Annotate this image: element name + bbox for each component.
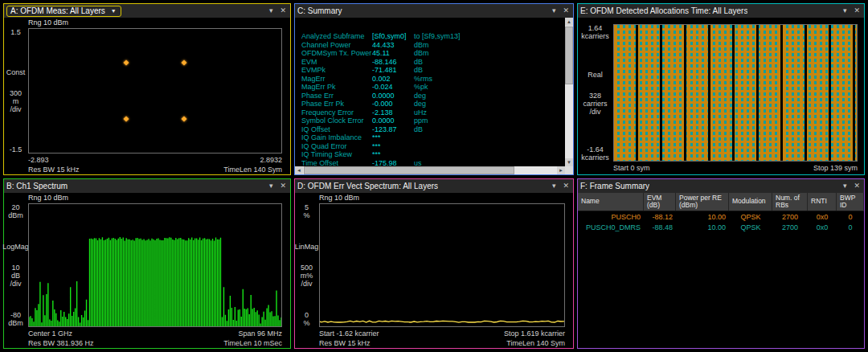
- panel-c-titlebar[interactable]: C: Summary ▾ ✕: [295, 4, 573, 18]
- x-axis-right: 2.8932: [260, 156, 282, 164]
- scroll-up-icon[interactable]: ▲: [565, 18, 573, 26]
- range-label: Rng 10 dBm: [28, 18, 68, 27]
- table-cell: QPSK: [729, 223, 772, 231]
- column-header: EVM (dB): [644, 193, 676, 211]
- evm-trace: [320, 204, 564, 326]
- panel-a-content: Rng 10 dBm 1.5 Const 300 m /div -1.5 -2.…: [4, 18, 290, 174]
- table-cell: 0: [837, 223, 864, 231]
- y-axis-gutter: 1.5 Const 300 m /div -1.5: [4, 28, 27, 153]
- vertical-scroll-thumb[interactable]: [565, 27, 573, 84]
- summary-line: IQ Offset-123.87dB: [301, 125, 562, 134]
- panel-a-titlebar[interactable]: A: OFDM Meas: All Layers ▼ ▾ ✕: [4, 4, 290, 18]
- frame-table-header: NameEVM (dB)Power per RE (dBm)Modulation…: [578, 193, 864, 211]
- panel-summary: C: Summary ▾ ✕ Analyzed Subframe[Sf0,sym…: [294, 3, 574, 175]
- minimize-icon[interactable]: ▾: [843, 7, 847, 14]
- res-bw-label: Res BW 15 kHz: [28, 166, 80, 174]
- close-icon[interactable]: ✕: [854, 182, 860, 190]
- y-axis-max: 20 dBm: [8, 203, 23, 219]
- panel-ofdm-meas: A: OFDM Meas: All Layers ▼ ▾ ✕ Rng 10 dB…: [3, 3, 291, 175]
- column-header: Num. of RBs: [772, 193, 808, 211]
- dropdown-arrow-icon: ▼: [111, 8, 117, 14]
- column-header: Name: [578, 193, 644, 211]
- summary-line: IQ Gain Imbalance***: [301, 133, 562, 142]
- column-header: BWP ID: [837, 193, 864, 211]
- measurement-selector[interactable]: A: OFDM Meas: All Layers ▼: [6, 6, 121, 17]
- y-axis-name: Real: [588, 71, 603, 79]
- frame-table-body: PUSCH0-88.1210.00QPSK27000x00PUSCH0_DMRS…: [578, 211, 864, 232]
- constellation-point: [123, 59, 129, 65]
- panel-d-titlebar[interactable]: D: OFDM Err Vect Spectrum: All Layers ▾ …: [295, 179, 573, 193]
- scroll-left-icon[interactable]: ◄: [295, 166, 303, 174]
- panel-e-title: E: OFDM Detected Allocations Time: All L…: [580, 6, 747, 15]
- minimize-icon[interactable]: ▾: [552, 7, 556, 14]
- close-icon[interactable]: ✕: [563, 182, 569, 190]
- y-axis-min: -1.64 kcarriers: [581, 145, 609, 162]
- panel-d-title: D: OFDM Err Vect Spectrum: All Layers: [297, 182, 438, 190]
- table-cell: -88.12: [644, 213, 676, 221]
- scroll-down-icon[interactable]: ▼: [565, 158, 573, 166]
- table-cell: PUSCH0_DMRS: [578, 223, 644, 231]
- panel-f-content: NameEVM (dB)Power per RE (dBm)Modulation…: [578, 193, 864, 348]
- minimize-icon[interactable]: ▾: [269, 182, 273, 190]
- spectrum-plot[interactable]: [28, 203, 282, 327]
- table-cell: 2700: [772, 213, 808, 221]
- panel-f-title: F: Frame Summary: [580, 182, 649, 190]
- scroll-right-icon[interactable]: ►: [557, 166, 565, 174]
- y-axis-name: LinMag: [295, 243, 319, 251]
- x-axis-right: Stop 1.619 kcarrier: [504, 329, 565, 338]
- constellation-point: [123, 117, 129, 122]
- constellation-plot[interactable]: [28, 28, 282, 153]
- minimize-icon[interactable]: ▾: [843, 182, 847, 190]
- panel-a-title: A: OFDM Meas: All Layers: [10, 6, 105, 15]
- panel-e-titlebar[interactable]: E: OFDM Detected Allocations Time: All L…: [578, 4, 864, 18]
- summary-line: EVM-88.146dB: [301, 58, 562, 67]
- y-axis-min: -1.5: [10, 145, 23, 153]
- panel-f-titlebar[interactable]: F: Frame Summary ▾ ✕: [578, 179, 864, 193]
- column-header: RNTI: [808, 193, 837, 211]
- y-axis-per-div: 500 m% /div: [301, 264, 313, 288]
- table-cell: 0x0: [808, 213, 837, 221]
- close-icon[interactable]: ✕: [280, 7, 286, 14]
- summary-line: OFDMSym Tx. Power45.11dBm: [301, 49, 562, 58]
- evm-spectrum-plot[interactable]: [319, 203, 565, 327]
- constellation-point: [182, 59, 187, 65]
- spectrum-trace: [29, 204, 281, 326]
- vertical-scrollbar[interactable]: ▲ ▼: [565, 18, 573, 166]
- y-axis-gutter: 5 % LinMag 500 m% /div 0 %: [295, 203, 318, 327]
- panel-e-content: 1.64 kcarriers Real 328 carriers /div -1…: [578, 18, 864, 174]
- x-axis-left: Center 1 GHz: [28, 329, 72, 338]
- minimize-icon[interactable]: ▾: [269, 7, 273, 14]
- summary-line: Symbol Clock Error0.0000ppm: [301, 117, 562, 125]
- frame-row[interactable]: PUSCH0_DMRS-88.4810.00QPSK27000x00: [578, 222, 864, 232]
- table-cell: 0: [837, 213, 864, 221]
- close-icon[interactable]: ✕: [563, 7, 569, 14]
- y-axis-per-div: 328 carriers /div: [583, 92, 607, 116]
- allocation-map-plot[interactable]: [613, 24, 858, 162]
- table-cell: 10.00: [676, 223, 729, 231]
- table-cell: 10.00: [676, 213, 729, 221]
- horizontal-scrollbar[interactable]: ◄ ►: [295, 166, 565, 174]
- table-cell: -88.48: [644, 223, 676, 231]
- y-axis-per-div: 10 dB /div: [10, 264, 21, 288]
- panel-b-titlebar[interactable]: B: Ch1 Spectrum ▾ ✕: [4, 179, 290, 193]
- table-cell: 0x0: [808, 223, 837, 231]
- y-axis-max: 1.64 kcarriers: [581, 24, 609, 40]
- y-axis-per-div: 300 m /div: [10, 89, 22, 113]
- y-axis-name: Const: [6, 68, 26, 76]
- panel-c-content: Analyzed Subframe[Sf0,sym0]to [Sf9,sym13…: [295, 18, 573, 174]
- summary-line: Phase Err0.0000deg: [301, 92, 562, 100]
- summary-line: IQ Timing Skew***: [301, 150, 562, 159]
- timelen-label: TimeLen 10 mSec: [223, 339, 282, 347]
- frame-row[interactable]: PUSCH0-88.1210.00QPSK27000x00: [578, 211, 864, 222]
- y-axis-gutter: 1.64 kcarriers Real 328 carriers /div -1…: [578, 24, 612, 162]
- summary-line: EVMPk-71.481dB: [301, 66, 562, 75]
- horizontal-scroll-thumb[interactable]: [304, 166, 514, 174]
- close-icon[interactable]: ✕: [280, 182, 286, 190]
- panel-ch1-spectrum: B: Ch1 Spectrum ▾ ✕ Rng 10 dBm 20 dBm Lo…: [3, 178, 291, 349]
- table-cell: QPSK: [729, 213, 772, 221]
- close-icon[interactable]: ✕: [854, 7, 860, 14]
- timelen-label: TimeLen 140 Sym: [506, 339, 565, 347]
- scrollbar-corner: [565, 166, 573, 174]
- minimize-icon[interactable]: ▾: [552, 182, 556, 190]
- summary-line: MagErr0.002%rms: [301, 75, 562, 84]
